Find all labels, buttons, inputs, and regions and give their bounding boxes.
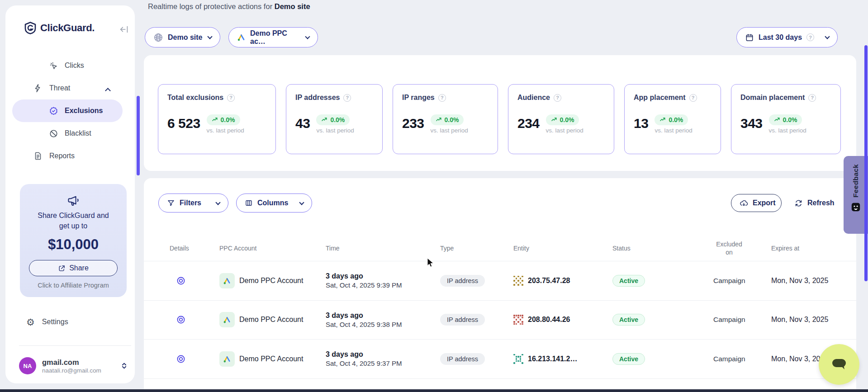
ppc-account-name: Demo PPC Account: [239, 355, 303, 363]
entity-value: 16.213.141.2…: [528, 355, 577, 363]
stat-label: Domain placement: [740, 94, 805, 102]
account-switcher[interactable]: NA gmail.com naatali.ro@gmail.com: [19, 357, 128, 374]
table-row: Demo PPC Account 3 days ago Sat, Oct 4, …: [144, 340, 856, 379]
refresh-button[interactable]: Refresh: [791, 194, 838, 212]
time-full: Sat, Oct 4, 2025 9:37 PM: [326, 359, 440, 368]
stat-subtext: vs. last period: [207, 127, 244, 134]
google-ads-icon: [237, 33, 246, 42]
share-button[interactable]: Share: [29, 260, 118, 276]
help-icon[interactable]: ?: [554, 94, 561, 102]
promo-line-2: get up to: [20, 221, 127, 231]
affiliate-promo-card: Share ClickGuard and get up to $10,000 S…: [20, 184, 127, 297]
page-scrollbar-thumb[interactable]: [864, 45, 868, 281]
bottom-edge: [0, 389, 868, 392]
stat-change: 0.0%: [669, 116, 683, 123]
expires-at-value: Mon, Nov 3, 2025: [771, 277, 856, 285]
stat-subtext: vs. last period: [546, 127, 583, 134]
share-button-label: Share: [69, 264, 89, 272]
entity-identicon: [513, 276, 523, 286]
help-icon[interactable]: ?: [343, 94, 351, 102]
trend-up-icon: [774, 117, 780, 123]
brand-name: ClickGuard.: [40, 22, 95, 34]
stat-card-domain-placement: Domain placement? 343 0.0% vs. last peri…: [731, 84, 841, 154]
sidebar-item-settings[interactable]: ⚙ Settings: [5, 311, 135, 333]
filters-label: Filters: [180, 199, 201, 207]
entity-identicon: [513, 354, 523, 364]
table-header-row: Details PPC Account Time Type Entity Sta…: [144, 235, 856, 261]
sidebar-scrollbar-thumb[interactable]: [137, 96, 140, 175]
column-header-details: Details: [170, 244, 219, 252]
stat-card-app-placement: App placement? 13 0.0% vs. last period: [624, 84, 721, 154]
sidebar-collapse-icon[interactable]: [119, 24, 129, 34]
sidebar-item-threat[interactable]: Threat: [12, 77, 123, 99]
column-header-status: Status: [612, 244, 713, 252]
column-header-expires-at: Expires at: [771, 244, 856, 252]
chat-launcher-button[interactable]: [819, 344, 859, 385]
subtitle-site-name: Demo site: [275, 2, 310, 10]
avatar: NA: [19, 357, 36, 374]
trend-up-icon: [321, 117, 327, 123]
sidebar-divider: [19, 345, 131, 346]
chevron-down-icon: [825, 34, 830, 39]
view-details-eye-icon[interactable]: [176, 354, 186, 364]
type-badge: IP address: [440, 353, 485, 365]
google-ads-icon: [219, 273, 235, 288]
exclusions-table-panel: Filters Columns Export: [144, 178, 856, 392]
entity-identicon: [513, 315, 523, 325]
clickguard-app: ClickGuard. Clicks Threat: [0, 0, 868, 392]
funnel-icon: [167, 199, 175, 207]
sidebar-item-label: Settings: [42, 318, 68, 326]
chat-bubble-icon: [829, 355, 849, 373]
gear-icon: ⚙: [26, 317, 35, 327]
stat-change: 0.0%: [783, 116, 797, 123]
chevron-up-down-icon: [121, 362, 128, 370]
ppc-account-selector-dropdown[interactable]: Demo PPC ac…: [228, 27, 318, 47]
column-header-type: Type: [440, 244, 513, 252]
time-relative: 3 days ago: [326, 349, 440, 359]
help-icon[interactable]: ?: [227, 94, 235, 102]
promo-line-1: Share ClickGuard and: [20, 210, 127, 221]
stat-subtext: vs. last period: [316, 127, 354, 134]
date-range-dropdown[interactable]: Last 30 days ?: [736, 27, 838, 47]
sidebar-item-blacklist[interactable]: Blacklist: [12, 122, 123, 145]
time-relative: 3 days ago: [326, 311, 440, 320]
stat-subtext: vs. last period: [769, 127, 806, 134]
stat-subtext: vs. last period: [655, 127, 692, 134]
columns-dropdown[interactable]: Columns: [236, 194, 312, 213]
external-link-icon: [58, 264, 66, 272]
sidebar-item-clicks[interactable]: Clicks: [12, 54, 123, 77]
brand: ClickGuard.: [24, 22, 95, 34]
type-badge: IP address: [440, 275, 485, 287]
ppc-account-name: Demo PPC Account: [239, 277, 303, 285]
site-selector-dropdown[interactable]: Demo site: [145, 27, 220, 47]
sidebar-item-exclusions[interactable]: Exclusions: [12, 99, 123, 122]
help-icon[interactable]: ?: [808, 94, 816, 102]
view-details-eye-icon[interactable]: [176, 276, 186, 286]
stat-label: Audience: [517, 94, 550, 102]
badge-check-icon: [48, 106, 58, 116]
filters-dropdown[interactable]: Filters: [158, 194, 228, 213]
sidebar-item-reports[interactable]: Reports: [12, 145, 123, 167]
stat-label: Total exclusions: [167, 94, 223, 102]
trend-up-icon: [551, 117, 557, 123]
account-email: naatali.ro@gmail.com: [42, 367, 101, 374]
site-selector-label: Demo site: [168, 33, 202, 42]
stats-panel: Total exclusions? 6 523 0.0% vs. last pe…: [144, 55, 856, 171]
view-details-eye-icon[interactable]: [176, 315, 186, 325]
export-label: Export: [753, 199, 776, 207]
subtitle-prefix: Realtime logs of protective actions for: [148, 2, 275, 10]
feedback-label: Feedback: [852, 164, 860, 198]
chevron-up-icon: [105, 88, 111, 94]
affiliate-link[interactable]: Click to Affiliate Program: [20, 282, 127, 289]
stat-label: IP ranges: [402, 94, 435, 102]
google-ads-icon: [219, 351, 235, 367]
help-icon[interactable]: ?: [689, 94, 697, 102]
stat-value: 233: [402, 114, 424, 132]
clickguard-logo-icon: [24, 22, 36, 34]
stat-card-audience: Audience? 234 0.0% vs. last period: [508, 84, 614, 154]
help-icon[interactable]: ?: [438, 94, 446, 102]
export-button[interactable]: Export: [731, 194, 782, 212]
stat-change: 0.0%: [221, 116, 235, 123]
columns-icon: [245, 199, 253, 207]
table-row: Demo PPC Account 3 days ago Sat, Oct 4, …: [144, 261, 856, 301]
